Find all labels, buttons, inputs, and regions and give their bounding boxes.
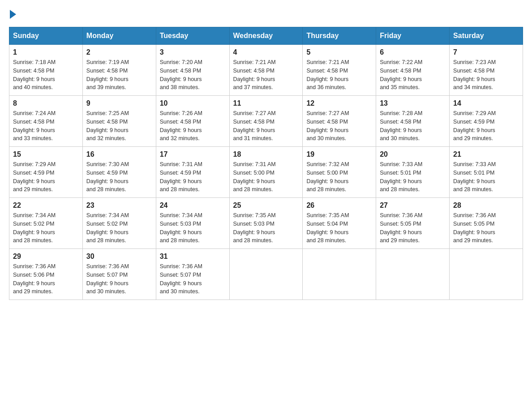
day-number: 2: [86, 48, 152, 56]
day-info: Sunrise: 7:21 AM Sunset: 4:58 PM Dayligh…: [233, 58, 299, 92]
day-info: Sunrise: 7:35 AM Sunset: 5:03 PM Dayligh…: [233, 211, 299, 245]
day-number: 10: [160, 99, 226, 107]
calendar-cell: 10 Sunrise: 7:26 AM Sunset: 4:58 PM Dayl…: [156, 96, 229, 147]
calendar-cell: 28 Sunrise: 7:36 AM Sunset: 5:05 PM Dayl…: [450, 198, 523, 249]
calendar-cell: 2 Sunrise: 7:19 AM Sunset: 4:58 PM Dayli…: [82, 45, 156, 96]
day-number: 19: [306, 150, 372, 158]
day-number: 18: [233, 150, 299, 158]
calendar-cell: 1 Sunrise: 7:18 AM Sunset: 4:58 PM Dayli…: [9, 45, 83, 96]
day-of-week-header: Saturday: [450, 27, 523, 45]
day-info: Sunrise: 7:22 AM Sunset: 4:58 PM Dayligh…: [380, 58, 446, 92]
day-number: 8: [13, 99, 79, 107]
day-info: Sunrise: 7:36 AM Sunset: 5:07 PM Dayligh…: [160, 262, 226, 296]
day-info: Sunrise: 7:36 AM Sunset: 5:06 PM Dayligh…: [13, 262, 79, 296]
calendar-cell: 29 Sunrise: 7:36 AM Sunset: 5:06 PM Dayl…: [9, 249, 83, 300]
header-row: SundayMondayTuesdayWednesdayThursdayFrid…: [9, 27, 523, 45]
day-number: 1: [13, 48, 79, 56]
day-info: Sunrise: 7:31 AM Sunset: 5:00 PM Dayligh…: [233, 160, 299, 194]
day-number: 23: [86, 201, 152, 210]
day-info: Sunrise: 7:29 AM Sunset: 4:59 PM Dayligh…: [453, 109, 519, 143]
day-number: 26: [306, 201, 372, 210]
day-of-week-header: Wednesday: [229, 27, 303, 45]
calendar-cell: 5 Sunrise: 7:21 AM Sunset: 4:58 PM Dayli…: [303, 45, 376, 96]
week-row: 1 Sunrise: 7:18 AM Sunset: 4:58 PM Dayli…: [9, 45, 523, 96]
day-number: 3: [160, 48, 226, 56]
calendar-cell: [303, 249, 376, 300]
week-row: 22 Sunrise: 7:34 AM Sunset: 5:02 PM Dayl…: [9, 198, 523, 249]
day-number: 11: [233, 99, 299, 107]
day-number: 27: [380, 201, 446, 210]
day-info: Sunrise: 7:36 AM Sunset: 5:05 PM Dayligh…: [380, 211, 446, 245]
week-row: 29 Sunrise: 7:36 AM Sunset: 5:06 PM Dayl…: [9, 249, 523, 300]
day-info: Sunrise: 7:36 AM Sunset: 5:07 PM Dayligh…: [86, 262, 152, 296]
day-info: Sunrise: 7:34 AM Sunset: 5:02 PM Dayligh…: [86, 211, 152, 245]
day-info: Sunrise: 7:29 AM Sunset: 4:59 PM Dayligh…: [13, 160, 79, 194]
day-number: 16: [86, 150, 152, 158]
logo: [9, 9, 16, 18]
calendar-cell: 12 Sunrise: 7:27 AM Sunset: 4:58 PM Dayl…: [303, 96, 376, 147]
day-info: Sunrise: 7:34 AM Sunset: 5:03 PM Dayligh…: [160, 211, 226, 245]
calendar-cell: 24 Sunrise: 7:34 AM Sunset: 5:03 PM Dayl…: [156, 198, 229, 249]
day-number: 25: [233, 201, 299, 210]
calendar-cell: 14 Sunrise: 7:29 AM Sunset: 4:59 PM Dayl…: [450, 96, 523, 147]
day-of-week-header: Thursday: [303, 27, 376, 45]
calendar-cell: 13 Sunrise: 7:28 AM Sunset: 4:58 PM Dayl…: [376, 96, 450, 147]
day-of-week-header: Sunday: [9, 27, 83, 45]
calendar-cell: 3 Sunrise: 7:20 AM Sunset: 4:58 PM Dayli…: [156, 45, 229, 96]
week-row: 8 Sunrise: 7:24 AM Sunset: 4:58 PM Dayli…: [9, 96, 523, 147]
day-number: 31: [160, 253, 226, 261]
day-info: Sunrise: 7:33 AM Sunset: 5:01 PM Dayligh…: [453, 160, 519, 194]
day-info: Sunrise: 7:36 AM Sunset: 5:05 PM Dayligh…: [453, 211, 519, 245]
day-info: Sunrise: 7:26 AM Sunset: 4:58 PM Dayligh…: [160, 109, 226, 143]
calendar-cell: 23 Sunrise: 7:34 AM Sunset: 5:02 PM Dayl…: [82, 198, 156, 249]
calendar-cell: 26 Sunrise: 7:35 AM Sunset: 5:04 PM Dayl…: [303, 198, 376, 249]
day-info: Sunrise: 7:21 AM Sunset: 4:58 PM Dayligh…: [306, 58, 372, 92]
day-number: 22: [13, 201, 79, 210]
day-number: 28: [453, 201, 519, 210]
day-of-week-header: Friday: [376, 27, 450, 45]
logo-triangle-icon: [10, 10, 16, 19]
calendar-cell: 20 Sunrise: 7:33 AM Sunset: 5:01 PM Dayl…: [376, 147, 450, 198]
day-info: Sunrise: 7:19 AM Sunset: 4:58 PM Dayligh…: [86, 58, 152, 92]
day-info: Sunrise: 7:27 AM Sunset: 4:58 PM Dayligh…: [306, 109, 372, 143]
day-info: Sunrise: 7:34 AM Sunset: 5:02 PM Dayligh…: [13, 211, 79, 245]
day-of-week-header: Monday: [82, 27, 156, 45]
day-info: Sunrise: 7:32 AM Sunset: 5:00 PM Dayligh…: [306, 160, 372, 194]
day-number: 17: [160, 150, 226, 158]
calendar-cell: 21 Sunrise: 7:33 AM Sunset: 5:01 PM Dayl…: [450, 147, 523, 198]
day-info: Sunrise: 7:18 AM Sunset: 4:58 PM Dayligh…: [13, 58, 79, 92]
day-number: 4: [233, 48, 299, 56]
calendar-cell: 7 Sunrise: 7:23 AM Sunset: 4:58 PM Dayli…: [450, 45, 523, 96]
calendar-cell: [376, 249, 450, 300]
calendar-cell: 4 Sunrise: 7:21 AM Sunset: 4:58 PM Dayli…: [229, 45, 303, 96]
logo-blue-container: [9, 9, 16, 18]
day-info: Sunrise: 7:30 AM Sunset: 4:59 PM Dayligh…: [86, 160, 152, 194]
day-info: Sunrise: 7:35 AM Sunset: 5:04 PM Dayligh…: [306, 211, 372, 245]
calendar-cell: 18 Sunrise: 7:31 AM Sunset: 5:00 PM Dayl…: [229, 147, 303, 198]
day-number: 14: [453, 99, 519, 107]
day-number: 5: [306, 48, 372, 56]
calendar-cell: 25 Sunrise: 7:35 AM Sunset: 5:03 PM Dayl…: [229, 198, 303, 249]
day-info: Sunrise: 7:25 AM Sunset: 4:58 PM Dayligh…: [86, 109, 152, 143]
calendar-table: SundayMondayTuesdayWednesdayThursdayFrid…: [9, 27, 523, 300]
day-number: 21: [453, 150, 519, 158]
week-row: 15 Sunrise: 7:29 AM Sunset: 4:59 PM Dayl…: [9, 147, 523, 198]
calendar-cell: 22 Sunrise: 7:34 AM Sunset: 5:02 PM Dayl…: [9, 198, 83, 249]
day-number: 24: [160, 201, 226, 210]
day-info: Sunrise: 7:23 AM Sunset: 4:58 PM Dayligh…: [453, 58, 519, 92]
day-number: 6: [380, 48, 446, 56]
calendar-cell: 8 Sunrise: 7:24 AM Sunset: 4:58 PM Dayli…: [9, 96, 83, 147]
day-number: 13: [380, 99, 446, 107]
day-number: 30: [86, 253, 152, 261]
calendar-cell: [450, 249, 523, 300]
day-number: 7: [453, 48, 519, 56]
calendar-cell: 9 Sunrise: 7:25 AM Sunset: 4:58 PM Dayli…: [82, 96, 156, 147]
calendar-cell: 11 Sunrise: 7:27 AM Sunset: 4:58 PM Dayl…: [229, 96, 303, 147]
day-info: Sunrise: 7:27 AM Sunset: 4:58 PM Dayligh…: [233, 109, 299, 143]
calendar-cell: 27 Sunrise: 7:36 AM Sunset: 5:05 PM Dayl…: [376, 198, 450, 249]
day-number: 15: [13, 150, 79, 158]
day-of-week-header: Tuesday: [156, 27, 229, 45]
day-info: Sunrise: 7:20 AM Sunset: 4:58 PM Dayligh…: [160, 58, 226, 92]
page-header: [9, 9, 523, 18]
day-info: Sunrise: 7:31 AM Sunset: 4:59 PM Dayligh…: [160, 160, 226, 194]
